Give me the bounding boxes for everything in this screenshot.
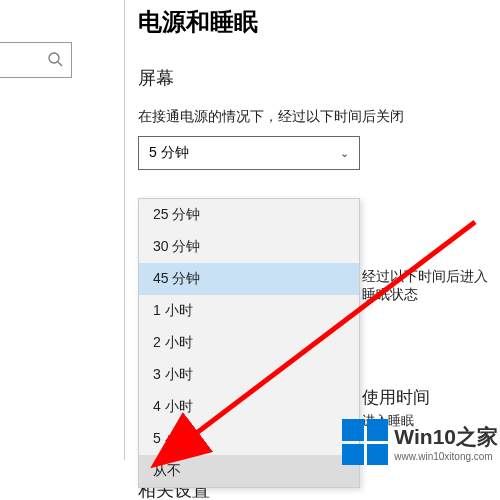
sidebar <box>0 0 125 460</box>
dropdown-option-label: 4 小时 <box>153 398 193 416</box>
section-screen-title: 屏幕 <box>138 66 500 90</box>
dropdown-option-selected[interactable]: 45 分钟 <box>139 263 359 295</box>
dropdown-option[interactable]: 25 分钟 <box>139 199 359 231</box>
svg-line-1 <box>58 62 62 66</box>
dropdown-option-label: 从不 <box>153 462 181 480</box>
dropdown-option-label: 5 小时 <box>153 430 193 448</box>
watermark-url: www.win10xitong.com <box>394 451 498 462</box>
sleep-label-partial: 经过以下时间后进入睡眠状态 <box>362 268 500 304</box>
chevron-down-icon: ⌄ <box>340 147 349 160</box>
screen-off-select[interactable]: 5 分钟 ⌄ <box>138 136 360 170</box>
search-icon <box>47 51 63 70</box>
dropdown-option-hover[interactable]: 从不 <box>139 455 359 487</box>
dropdown-option-label: 45 分钟 <box>153 270 200 288</box>
screen-off-label: 在接通电源的情况下，经过以下时间后关闭 <box>138 108 500 126</box>
dropdown-option-label: 25 分钟 <box>153 206 200 224</box>
page-title: 电源和睡眠 <box>138 6 500 38</box>
watermark: Win10之家 www.win10xitong.com <box>342 419 498 465</box>
windows-logo-icon <box>342 419 388 465</box>
search-input[interactable] <box>0 42 72 78</box>
dropdown-option-label: 1 小时 <box>153 302 193 320</box>
sleep-select-dropdown: 25 分钟 30 分钟 45 分钟 1 小时 2 小时 3 小时 4 小时 5 … <box>138 198 360 488</box>
dropdown-option-label: 2 小时 <box>153 334 193 352</box>
dropdown-option[interactable]: 4 小时 <box>139 391 359 423</box>
dropdown-option[interactable]: 2 小时 <box>139 327 359 359</box>
watermark-text: Win10之家 <box>394 423 498 451</box>
content-area: 电源和睡眠 屏幕 在接通电源的情况下，经过以下时间后关闭 5 分钟 ⌄ <box>138 0 500 170</box>
dropdown-option[interactable]: 3 小时 <box>139 359 359 391</box>
dropdown-option-label: 30 分钟 <box>153 238 200 256</box>
screen-off-select-value: 5 分钟 <box>149 144 189 162</box>
dropdown-option[interactable]: 30 分钟 <box>139 231 359 263</box>
usage-time-heading: 使用时间 <box>362 386 430 409</box>
dropdown-option[interactable]: 1 小时 <box>139 295 359 327</box>
svg-point-0 <box>49 53 59 63</box>
dropdown-option[interactable]: 5 小时 <box>139 423 359 455</box>
dropdown-option-label: 3 小时 <box>153 366 193 384</box>
